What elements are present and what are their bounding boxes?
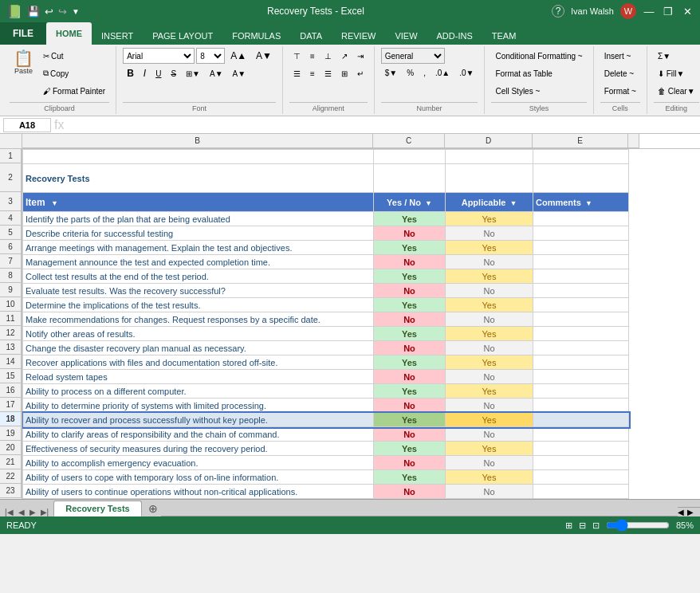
applicable-cell[interactable]: Yes	[446, 327, 533, 341]
format-cells-button[interactable]: Format ~	[600, 83, 640, 99]
row-num-4[interactable]: 4	[0, 211, 22, 226]
item-cell[interactable]: Change the disaster recovery plan manual…	[23, 341, 374, 355]
restore-btn[interactable]: ❐	[662, 5, 674, 18]
yes-no-cell[interactable]: Yes	[374, 269, 446, 284]
comments-cell[interactable]	[533, 327, 629, 341]
item-cell[interactable]: Evaluate test results. Was the recovery …	[23, 284, 374, 298]
yes-no-cell[interactable]: No	[374, 312, 446, 327]
yes-no-cell[interactable]: Yes	[374, 212, 446, 226]
row-num-20[interactable]: 20	[0, 441, 22, 455]
applicable-cell[interactable]: Yes	[446, 298, 533, 312]
applicable-cell[interactable]: Yes	[446, 470, 533, 485]
header-item[interactable]: Item ▼	[23, 193, 374, 212]
bold-button[interactable]: B	[123, 65, 138, 81]
applicable-cell[interactable]: Yes	[446, 413, 533, 427]
last-sheet-btn[interactable]: ▶|	[39, 508, 51, 516]
yes-no-cell[interactable]: No	[374, 341, 446, 355]
tab-view[interactable]: VIEW	[385, 27, 427, 45]
paste-button[interactable]: 📋 Paste	[10, 48, 37, 77]
strike-button[interactable]: S	[167, 65, 180, 81]
comments-cell[interactable]	[533, 312, 629, 327]
comma-btn[interactable]: ,	[419, 65, 430, 81]
tab-add-ins[interactable]: ADD-INS	[427, 27, 482, 45]
align-top-btn[interactable]: ⊤	[289, 48, 305, 64]
yes-no-cell[interactable]: No	[374, 456, 446, 470]
applicable-cell[interactable]: Yes	[446, 384, 533, 399]
item-cell[interactable]: Ability to accomplish emergency evacuati…	[23, 456, 374, 470]
applicable-cell[interactable]: No	[446, 341, 533, 355]
header-yes-no-dropdown[interactable]: ▼	[425, 199, 432, 207]
row-num-7[interactable]: 7	[0, 254, 22, 269]
align-center-btn[interactable]: ≡	[306, 65, 319, 81]
yes-no-cell[interactable]: No	[374, 485, 446, 499]
item-cell[interactable]: Make recommendations for changes. Reques…	[23, 312, 374, 327]
applicable-cell[interactable]: No	[446, 312, 533, 327]
accounting-btn[interactable]: $▼	[381, 65, 401, 81]
comments-cell[interactable]	[533, 456, 629, 470]
row-num-17[interactable]: 17	[0, 398, 22, 412]
autosum-btn[interactable]: Σ▼	[654, 48, 699, 64]
align-middle-btn[interactable]: ≡	[306, 48, 319, 64]
yes-no-cell[interactable]: Yes	[374, 442, 446, 456]
comments-cell[interactable]	[533, 384, 629, 399]
item-cell[interactable]: Reload system tapes	[23, 370, 374, 384]
undo-btn[interactable]: ↩	[45, 6, 53, 18]
comments-cell[interactable]	[533, 226, 629, 241]
yes-no-cell[interactable]: No	[374, 427, 446, 442]
header-item-dropdown[interactable]: ▼	[51, 199, 58, 207]
fill-color-btn[interactable]: A▼	[206, 65, 227, 81]
comments-cell[interactable]	[533, 442, 629, 456]
item-cell[interactable]: Effectiveness of security measures durin…	[23, 442, 374, 456]
applicable-cell[interactable]: No	[446, 226, 533, 241]
comments-cell[interactable]	[533, 284, 629, 298]
applicable-cell[interactable]: Yes	[446, 355, 533, 370]
applicable-cell[interactable]: No	[446, 456, 533, 470]
header-applicable[interactable]: Applicable ▼	[446, 193, 533, 212]
row-num-12[interactable]: 12	[0, 326, 22, 340]
header-yes-no[interactable]: Yes / No ▼	[374, 193, 446, 212]
comments-cell[interactable]	[533, 427, 629, 442]
applicable-cell[interactable]: No	[446, 370, 533, 384]
comments-cell[interactable]	[533, 370, 629, 384]
spreadsheet-title-cell[interactable]: Recovery Tests	[23, 164, 374, 193]
number-format-select[interactable]: General	[381, 48, 445, 64]
comments-cell[interactable]	[533, 269, 629, 284]
tab-page-layout[interactable]: PAGE LAYOUT	[143, 27, 222, 45]
header-applicable-dropdown[interactable]: ▼	[509, 199, 517, 207]
row-num-18[interactable]: 18	[0, 412, 22, 426]
comments-cell[interactable]	[533, 355, 629, 370]
yes-no-cell[interactable]: Yes	[374, 355, 446, 370]
close-btn[interactable]: ✕	[681, 5, 694, 18]
row-num-11[interactable]: 11	[0, 312, 22, 326]
wrap-text-btn[interactable]: ↵	[353, 65, 368, 81]
col-header-c[interactable]: C	[373, 134, 445, 148]
zoom-slider[interactable]	[606, 519, 670, 532]
applicable-cell[interactable]: No	[446, 427, 533, 442]
first-sheet-btn[interactable]: |◀	[3, 508, 15, 516]
header-comments[interactable]: Comments ▼	[533, 193, 629, 212]
font-color-btn[interactable]: A▼	[229, 65, 250, 81]
delete-cells-button[interactable]: Delete ~	[600, 65, 640, 81]
next-sheet-btn[interactable]: ▶	[28, 508, 37, 516]
increase-font-btn[interactable]: A▲	[226, 48, 250, 64]
format-painter-button[interactable]: 🖌 Format Painter	[39, 83, 109, 99]
item-cell[interactable]: Management announce the test and expecte…	[23, 255, 374, 269]
tab-formulas[interactable]: FORMULAS	[222, 27, 290, 45]
font-name-select[interactable]: Arial	[123, 48, 195, 64]
merge-center-btn[interactable]: ⊞	[337, 65, 352, 81]
cut-button[interactable]: ✂ Cut	[39, 48, 109, 64]
conditional-formatting-button[interactable]: Conditional Formatting ~	[491, 48, 586, 64]
item-cell[interactable]: Identify the parts of the plan that are …	[23, 212, 374, 226]
tab-home[interactable]: HOME	[46, 22, 92, 45]
yes-no-cell[interactable]: No	[374, 255, 446, 269]
col-header-b[interactable]: B	[22, 134, 373, 148]
row-num-9[interactable]: 9	[0, 283, 22, 297]
scroll-right-btn[interactable]: ▶	[687, 508, 694, 516]
applicable-cell[interactable]: Yes	[446, 241, 533, 255]
decrease-font-btn[interactable]: A▼	[252, 48, 276, 64]
clear-btn[interactable]: 🗑 Clear▼	[654, 83, 699, 99]
header-comments-dropdown[interactable]: ▼	[585, 199, 592, 207]
border-btn[interactable]: ⊞▼	[182, 65, 204, 81]
help-btn[interactable]: ?	[552, 5, 564, 18]
row-num-6[interactable]: 6	[0, 240, 22, 254]
